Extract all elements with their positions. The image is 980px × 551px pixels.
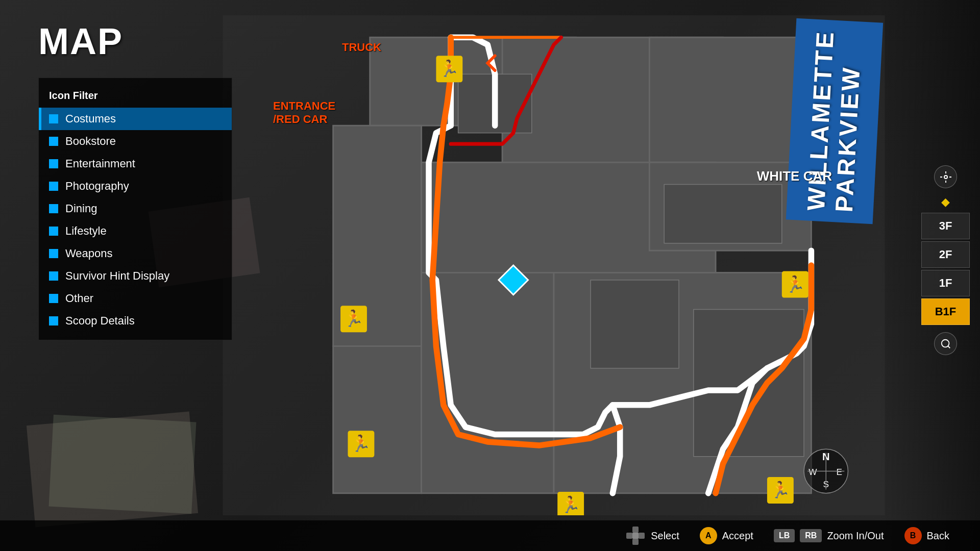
filter-label-photography: Photography bbox=[65, 180, 129, 193]
filter-item-bookstore[interactable]: Bookstore bbox=[39, 130, 232, 153]
other-icon bbox=[49, 294, 58, 303]
floor-btn-3f[interactable]: 3F bbox=[921, 213, 970, 239]
content-area: MAP Icon Filter Costumes Bookstore Enter… bbox=[0, 0, 980, 520]
filter-title: Icon Filter bbox=[39, 86, 232, 108]
lifestyle-icon bbox=[49, 227, 58, 236]
svg-rect-40 bbox=[639, 533, 645, 539]
svg-text:🏃: 🏃 bbox=[785, 274, 805, 294]
filter-item-dining[interactable]: Dining bbox=[39, 197, 232, 220]
filter-label-scoop-details: Scoop Details bbox=[65, 314, 135, 328]
svg-text:🏃: 🏃 bbox=[560, 495, 581, 514]
entertainment-icon bbox=[49, 159, 58, 168]
b-button-icon: B bbox=[904, 527, 922, 544]
control-zoom: LB RB Zoom In/Out bbox=[774, 529, 884, 542]
map-settings-icon[interactable] bbox=[934, 165, 957, 188]
survivor-hint-icon bbox=[49, 271, 58, 281]
rb-button-icon: RB bbox=[800, 529, 822, 542]
map-area: WILLAMETTEPARKVIEW TRUCK ENTRANCE /RED C… bbox=[214, 0, 980, 520]
willamette-banner: WILLAMETTEPARKVIEW bbox=[786, 18, 883, 224]
weapons-icon bbox=[49, 249, 58, 258]
svg-text:W: W bbox=[808, 467, 817, 477]
control-back-label: Back bbox=[927, 530, 949, 542]
svg-rect-11 bbox=[664, 184, 782, 243]
filter-item-costumes[interactable]: Costumes bbox=[39, 108, 232, 130]
filter-item-survivor-hint[interactable]: Survivor Hint Display bbox=[39, 265, 232, 287]
icon-filter-panel: Icon Filter Costumes Bookstore Entertain… bbox=[38, 78, 232, 340]
filter-label-lifestyle: Lifestyle bbox=[65, 224, 107, 238]
filter-item-photography[interactable]: Photography bbox=[39, 175, 232, 197]
map-zoom-icon[interactable] bbox=[934, 332, 957, 355]
floor-diamond-icon: ◆ bbox=[941, 195, 950, 209]
filter-item-weapons[interactable]: Weapons bbox=[39, 242, 232, 265]
svg-text:🏃: 🏃 bbox=[439, 59, 459, 78]
bottom-bar: Select A Accept LB RB Zoom In/Out B Back bbox=[0, 520, 980, 551]
svg-rect-12 bbox=[591, 280, 679, 368]
filter-label-bookstore: Bookstore bbox=[65, 135, 116, 148]
svg-rect-39 bbox=[626, 533, 632, 539]
control-zoom-label: Zoom In/Out bbox=[827, 530, 884, 542]
dining-icon bbox=[49, 204, 58, 213]
filter-label-survivor-hint: Survivor Hint Display bbox=[65, 269, 169, 283]
bookstore-icon bbox=[49, 137, 58, 146]
svg-rect-41 bbox=[632, 533, 639, 539]
a-button-icon: A bbox=[700, 527, 717, 544]
map-svg-container: 🏃 🏃 🏃 🏃 🏃 🏃 bbox=[219, 15, 888, 515]
control-accept: A Accept bbox=[700, 527, 753, 544]
filter-label-dining: Dining bbox=[65, 202, 97, 215]
svg-rect-37 bbox=[632, 527, 639, 533]
filter-item-entertainment[interactable]: Entertainment bbox=[39, 153, 232, 175]
svg-rect-7 bbox=[333, 346, 422, 493]
filter-item-scoop-details[interactable]: Scoop Details bbox=[39, 310, 232, 332]
map-svg: 🏃 🏃 🏃 🏃 🏃 🏃 bbox=[219, 15, 888, 515]
map-title: MAP bbox=[38, 20, 204, 62]
control-back: B Back bbox=[904, 527, 949, 544]
svg-text:🏃: 🏃 bbox=[770, 480, 791, 499]
control-select: Select bbox=[625, 525, 679, 546]
filter-label-entertainment: Entertainment bbox=[65, 157, 135, 170]
filter-label-weapons: Weapons bbox=[65, 247, 113, 260]
svg-rect-38 bbox=[632, 539, 639, 545]
entrance-label: ENTRANCE /RED CAR bbox=[273, 99, 335, 126]
svg-point-34 bbox=[944, 176, 947, 179]
svg-text:E: E bbox=[836, 467, 842, 477]
willamette-text: WILLAMETTEPARKVIEW bbox=[802, 29, 867, 213]
filter-item-lifestyle[interactable]: Lifestyle bbox=[39, 220, 232, 242]
floor-btn-1f[interactable]: 1F bbox=[921, 270, 970, 296]
control-select-label: Select bbox=[651, 530, 679, 542]
floor-btn-2f[interactable]: 2F bbox=[921, 241, 970, 268]
svg-text:🏃: 🏃 bbox=[344, 309, 364, 328]
photography-icon bbox=[49, 182, 58, 191]
lb-button-icon: LB bbox=[774, 529, 795, 542]
filter-item-other[interactable]: Other bbox=[39, 287, 232, 310]
svg-line-36 bbox=[948, 346, 950, 348]
floor-btn-b1f[interactable]: B1F bbox=[921, 298, 970, 325]
left-panel: MAP Icon Filter Costumes Bookstore Enter… bbox=[0, 0, 214, 520]
dpad-svg bbox=[625, 525, 646, 546]
floor-panel: ◆ 3F 2F 1F B1F bbox=[921, 165, 970, 355]
filter-label-costumes: Costumes bbox=[65, 112, 116, 126]
scoop-details-icon bbox=[49, 316, 58, 325]
dpad-icon bbox=[625, 525, 646, 546]
svg-point-35 bbox=[941, 339, 949, 347]
filter-label-other: Other bbox=[65, 292, 93, 305]
main-container: MAP Icon Filter Costumes Bookstore Enter… bbox=[0, 0, 980, 551]
white-car-label: WHITE CAR bbox=[757, 168, 832, 184]
control-accept-label: Accept bbox=[722, 530, 753, 542]
truck-label: TRUCK bbox=[342, 41, 381, 54]
costumes-icon bbox=[49, 114, 58, 123]
svg-text:🏃: 🏃 bbox=[351, 434, 371, 453]
